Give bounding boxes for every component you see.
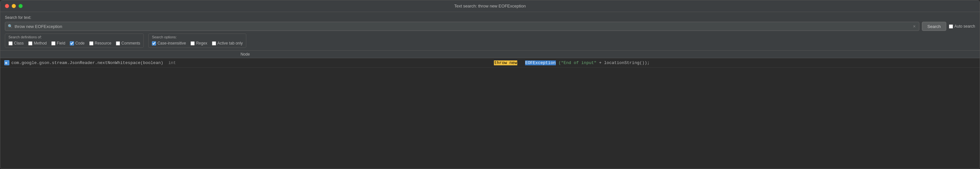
cb-regex-label: Regex <box>196 41 207 46</box>
results-table: Node m <box>0 51 980 68</box>
java-method-icon: m <box>4 60 10 65</box>
search-input-row: 🔍 × Search Auto search <box>5 22 975 31</box>
definitions-checkboxes: Class Method Field Code <box>8 41 140 46</box>
cb-field-item[interactable]: Field <box>51 41 65 46</box>
search-input[interactable] <box>14 24 913 29</box>
cb-case-label: Case-insensitive <box>158 41 186 46</box>
minimize-button[interactable] <box>12 4 16 8</box>
auto-search-label[interactable]: Auto search <box>955 24 975 29</box>
cb-regex-checkbox[interactable] <box>191 41 195 46</box>
maximize-button[interactable] <box>19 4 23 8</box>
cb-regex-item[interactable]: Regex <box>191 41 207 46</box>
cb-active-label: Active tab only <box>217 41 243 46</box>
options-group: Search options: Case-insensitive Regex <box>148 33 246 48</box>
table-row[interactable]: m com.google.gson.stream.JsonReader.next… <box>0 58 980 68</box>
cb-active-checkbox[interactable] <box>212 41 216 46</box>
cb-active-item[interactable]: Active tab only <box>212 41 243 46</box>
code-cell: throw new EOFException ("End of input" +… <box>490 58 980 68</box>
highlight-throw-new: throw new <box>494 61 517 65</box>
cb-class-checkbox[interactable] <box>8 41 13 46</box>
cb-resource-item[interactable]: Resource <box>89 41 111 46</box>
col-header-node: Node <box>0 51 490 58</box>
cb-comments-item[interactable]: Comments <box>116 41 140 46</box>
cb-case-item[interactable]: Case-insensitive <box>152 41 186 46</box>
search-icon: 🔍 <box>8 24 13 29</box>
code-content: throw new EOFException ("End of input" +… <box>494 61 650 65</box>
definitions-group: Search definitions of: Class Method F <box>5 33 144 48</box>
titlebar: Text search: throw new EOFException <box>0 0 980 12</box>
window-title: Text search: throw new EOFException <box>454 3 526 8</box>
main-window: Text search: throw new EOFException Sear… <box>0 0 980 169</box>
cb-method-item[interactable]: Method <box>28 41 47 46</box>
node-method-name: com.google.gson.stream.JsonReader.nextNo… <box>11 61 163 65</box>
search-panel: Search for text: 🔍 × Search Auto search … <box>0 12 980 50</box>
cb-code-item[interactable]: Code <box>70 41 85 46</box>
options-row: Search definitions of: Class Method F <box>5 33 975 48</box>
cb-resource-checkbox[interactable] <box>89 41 94 46</box>
traffic-lights <box>5 4 23 8</box>
clear-button[interactable]: × <box>913 24 916 29</box>
svg-text:m: m <box>5 61 7 65</box>
definitions-label: Search definitions of: <box>8 35 140 39</box>
cb-method-checkbox[interactable] <box>28 41 32 46</box>
code-string-arg: ("End of input" <box>558 61 597 65</box>
col-header-code <box>490 51 980 58</box>
cb-resource-label: Resource <box>95 41 111 46</box>
cb-class-item[interactable]: Class <box>8 41 24 46</box>
node-text: com.google.gson.stream.JsonReader.nextNo… <box>11 61 176 65</box>
node-cell: m com.google.gson.stream.JsonReader.next… <box>0 58 490 68</box>
cb-class-label: Class <box>14 41 24 46</box>
results-area[interactable]: Node m <box>0 50 980 169</box>
cb-code-checkbox[interactable] <box>70 41 74 46</box>
content-area: Search for text: 🔍 × Search Auto search … <box>0 12 980 169</box>
cb-field-checkbox[interactable] <box>51 41 56 46</box>
cb-field-label: Field <box>57 41 65 46</box>
cb-case-checkbox[interactable] <box>152 41 156 46</box>
search-button[interactable]: Search <box>922 22 946 31</box>
search-input-wrapper: 🔍 × <box>5 22 919 31</box>
options-checkboxes: Case-insensitive Regex Active tab only <box>152 41 243 46</box>
cb-comments-label: Comments <box>121 41 140 46</box>
options-label: Search options: <box>152 35 243 39</box>
close-button[interactable] <box>5 4 9 8</box>
search-for-text-label: Search for text: <box>5 15 975 20</box>
code-operator: + <box>599 61 604 65</box>
auto-search-checkbox[interactable] <box>949 24 953 29</box>
highlight-eof-exception: EOFException <box>525 61 556 65</box>
cb-method-label: Method <box>34 41 47 46</box>
cb-code-label: Code <box>75 41 85 46</box>
node-return-type: int <box>166 61 176 65</box>
code-location-string: locationString()); <box>604 61 650 65</box>
cb-comments-checkbox[interactable] <box>116 41 120 46</box>
auto-search-row: Auto search <box>949 24 975 29</box>
